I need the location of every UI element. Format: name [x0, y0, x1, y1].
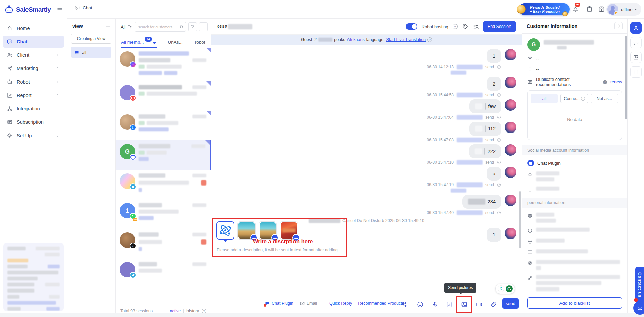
rail-chat-button[interactable] [630, 37, 642, 48]
session-list-icon[interactable] [473, 23, 479, 30]
sidebar-collapse-icon[interactable] [57, 7, 63, 13]
help-circle-icon[interactable]: ? [427, 37, 432, 42]
conversation-item[interactable]: f [116, 111, 211, 140]
topbar-chat-tab[interactable]: Chat [74, 5, 92, 11]
more-icon [201, 24, 206, 29]
assistant-widget[interactable]: G [495, 284, 515, 294]
audio-file-icon[interactable] [446, 301, 453, 308]
sidebar-item-marketing[interactable]: Marketing [3, 62, 64, 74]
view-item-all[interactable]: all [71, 47, 111, 58]
thumbnail-road-photo[interactable] [237, 221, 256, 240]
list-filter-label[interactable]: All [121, 24, 125, 30]
user-status-pill[interactable]: offline [606, 3, 641, 16]
send-status: send [485, 115, 494, 120]
filter-button[interactable] [188, 22, 197, 31]
thumbnail-road-photo[interactable] [259, 221, 277, 240]
tag-icon[interactable] [462, 23, 468, 30]
guest-prefix: Guest_2 [301, 37, 317, 42]
dup-tab-not-associated[interactable]: Not as... [591, 94, 618, 103]
tab-robot[interactable]: robot [195, 40, 205, 45]
quick-reply-button[interactable]: Quick Reply [329, 301, 352, 306]
social-section-header: Social media account information [522, 145, 627, 155]
thumbnail-red-photo[interactable] [280, 221, 298, 240]
search-input[interactable] [135, 22, 186, 32]
send-button[interactable]: send [502, 298, 519, 309]
redacted-value [536, 249, 588, 253]
conversation-item[interactable]: G [116, 140, 211, 170]
channel-email[interactable]: Email [300, 301, 317, 306]
conversation-item[interactable] [116, 258, 211, 288]
help-icon[interactable] [598, 6, 605, 13]
more-options-button[interactable] [199, 22, 208, 31]
sidebar-item-report[interactable]: Report [3, 89, 64, 101]
check-icon [497, 138, 501, 142]
magic-star-icon[interactable] [400, 301, 408, 308]
message-time: 06-30 15:47:10 [427, 160, 454, 165]
tab-unassigned[interactable]: UnAs... [168, 40, 183, 45]
dup-tab-connected[interactable]: Conne...i [560, 94, 588, 103]
sidebar-item-label: Report [17, 93, 32, 98]
rail-notes-button[interactable] [630, 66, 642, 78]
chat-header: Gue Robot hosting ? End Session [211, 19, 522, 35]
rail-customer-button[interactable] [630, 22, 642, 34]
create-view-button[interactable]: Creating a View [71, 34, 111, 44]
email-label: Email [307, 301, 317, 306]
conversation-item[interactable]: 1AD [116, 199, 211, 229]
sidebar-item-robot[interactable]: Robot [3, 76, 64, 88]
collapse-panel-button[interactable] [614, 22, 623, 30]
unread-corner-marker [205, 140, 210, 145]
sidebar-item-set-up[interactable]: Set Up [3, 129, 64, 142]
promo-banner[interactable]: Rewards Boosted + Easy Promotion [519, 3, 570, 15]
send-status: send [485, 65, 494, 69]
bottom-strip [0, 313, 644, 317]
conversation-item[interactable] [116, 48, 211, 81]
dup-tab-all[interactable]: all [531, 94, 558, 103]
social-info-rows [527, 171, 622, 192]
personal-section-header: personal information [522, 198, 627, 208]
sidebar-item-client[interactable]: Client [3, 49, 64, 61]
conversation-item[interactable] [116, 81, 211, 111]
redacted-value [536, 187, 559, 191]
renew-link[interactable]: renew [610, 80, 622, 84]
microphone-icon[interactable] [432, 301, 439, 308]
add-to-blacklist-button[interactable]: Add to blacklist [527, 297, 622, 309]
chat-message: a 06-30 15:47:19send [211, 167, 522, 193]
mail-icon [527, 56, 533, 61]
sidebar-item-subscription[interactable]: Subscription [3, 116, 64, 128]
help-circle-icon[interactable]: ? [453, 24, 458, 29]
message-text: 1 [493, 232, 495, 237]
video-icon[interactable] [476, 301, 483, 308]
start-translation-link[interactable]: Start Live Translation [386, 37, 426, 42]
recommended-products-button[interactable]: Recommended Products [358, 301, 404, 306]
customer-info-panel: Customer Information G -- -- Duplicate c… [522, 19, 627, 317]
rail-translate-button[interactable] [630, 52, 642, 63]
robot-hosting-toggle[interactable] [406, 23, 417, 30]
thumbnail-electron[interactable] [216, 221, 234, 240]
attachment-icon[interactable] [490, 301, 497, 308]
info-scrollbar[interactable] [625, 36, 627, 119]
language-link[interactable]: Afrikaans [347, 37, 365, 42]
contact-card-icon [527, 79, 533, 85]
redacted-chip [451, 189, 466, 193]
redacted-agent [457, 210, 483, 215]
sidebar-item-integration[interactable]: Integration [3, 103, 64, 115]
sort-icon[interactable] [127, 24, 132, 30]
redacted-value [536, 171, 559, 181]
message-time: 06-30 15:44:58 [427, 93, 454, 97]
info-icon[interactable]: i [603, 80, 607, 84]
sidebar-item-home[interactable]: Home [3, 22, 64, 34]
view-menu-icon[interactable] [105, 23, 111, 29]
contact-robot-button[interactable] [633, 301, 644, 315]
end-session-button[interactable]: End Session [483, 21, 516, 32]
check-icon [497, 210, 501, 215]
check-icon [497, 160, 501, 165]
channel-chat-plugin[interactable]: Chat Plugin [264, 301, 293, 306]
sidebar-item-chat[interactable]: Chat [3, 36, 64, 48]
message-text: 1 [493, 53, 495, 59]
conversation-item[interactable] [116, 170, 211, 199]
emoji-icon[interactable] [417, 301, 424, 308]
tab-all-members[interactable]: All memb... 14 [121, 40, 156, 45]
contact-us-tab[interactable]: Contact us [635, 267, 644, 303]
clipboard-icon[interactable] [586, 6, 593, 13]
conversation-item[interactable]: ♪ [116, 229, 211, 258]
